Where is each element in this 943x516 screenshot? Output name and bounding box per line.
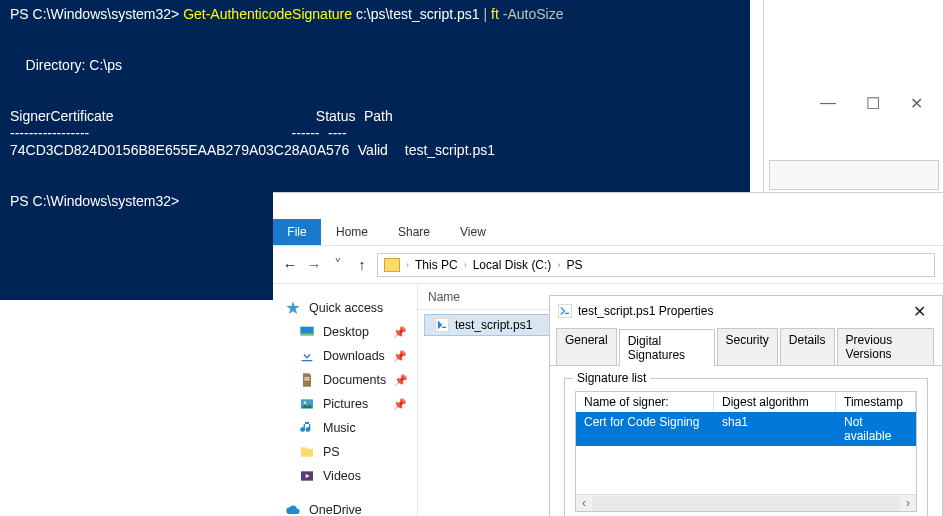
col-timestamp-header[interactable]: Timestamp [836,392,916,412]
tab-digital-signatures[interactable]: Digital Signatures [619,329,715,366]
chevron-right-icon[interactable]: › [557,260,560,270]
nav-row: ← → ˅ ↑ › This PC › Local Disk (C:) › PS [273,246,943,284]
props-titlebar[interactable]: test_script.ps1 Properties ✕ [550,296,942,326]
sidebar-desktop[interactable]: Desktop📌 [285,320,407,344]
signature-table: Name of signer: Digest algorithm Timesta… [575,391,917,512]
svg-rect-3 [304,379,309,380]
underline2: ------ [292,125,320,141]
cmdlet-ft: ft [487,6,503,22]
breadcrumb-c[interactable]: Local Disk (C:) [473,258,552,272]
cell-digest: sha1 [714,412,836,446]
horizontal-scrollbar[interactable]: ‹ › [576,494,916,511]
pin-icon: 📌 [393,326,407,339]
tab-details[interactable]: Details [780,328,835,365]
col-name-header[interactable]: Name of signer: [576,392,714,412]
label: Quick access [309,301,383,315]
col-status: Status [316,108,356,124]
properties-dialog: test_script.ps1 Properties ✕ General Dig… [549,295,943,516]
nav-forward-button[interactable]: → [305,256,323,273]
breadcrumb-folder-icon [384,258,400,272]
breadcrumb[interactable]: › This PC › Local Disk (C:) › PS [377,253,935,277]
scroll-right-icon[interactable]: › [900,496,916,510]
ribbon-view-tab[interactable]: View [445,219,501,245]
documents-icon [299,372,315,388]
music-icon [299,420,315,436]
underline1: ----------------- [10,125,89,141]
close-button[interactable]: ✕ [905,302,934,321]
ps1-file-icon [435,318,449,332]
sidebar-quick-access[interactable]: Quick access [285,296,407,320]
props-title-text: test_script.ps1 Properties [578,304,713,318]
pin-icon: 📌 [394,374,408,387]
sidebar-downloads[interactable]: Downloads📌 [285,344,407,368]
svg-rect-2 [304,377,309,378]
sidebar-documents[interactable]: Documents📌 [285,368,407,392]
sidebar-music[interactable]: Music [285,416,407,440]
label: Music [323,421,356,435]
underline3: ---- [328,125,347,141]
nav-up-button[interactable]: ↑ [353,256,371,273]
desktop-icon [299,324,315,340]
folder-icon [299,444,315,460]
minimize-icon[interactable]: — [820,94,836,126]
ps1-file-icon [558,304,572,318]
chevron-right-icon[interactable]: › [464,260,467,270]
label: Videos [323,469,361,483]
sidebar-pictures[interactable]: Pictures📌 [285,392,407,416]
maximize-icon[interactable]: ☐ [866,94,880,126]
ribbon-share-tab[interactable]: Share [383,219,445,245]
background-inner-panel [769,160,939,190]
sidebar-videos[interactable]: Videos [285,464,407,488]
row-cert: 74CD3CD824D0156B8E655EAAB279A03C28A0A576 [10,142,349,158]
pictures-icon [299,396,315,412]
output-directory: Directory: C:\ps [10,57,122,73]
prompt: PS C:\Windows\system32> [10,6,183,22]
explorer-sidebar: Quick access Desktop📌 Downloads📌 Documen… [273,284,418,516]
window-controls-bg: — ☐ ✕ [763,86,943,126]
cmd-arg: c:\ps\test_script.ps1 [352,6,484,22]
ribbon-file-tab[interactable]: File [273,219,321,245]
pin-icon: 📌 [393,398,407,411]
label: Documents [323,373,386,387]
breadcrumb-ps[interactable]: PS [566,258,582,272]
label: Pictures [323,397,368,411]
col-digest-header[interactable]: Digest algorithm [714,392,836,412]
table-header: Name of signer: Digest algorithm Timesta… [576,392,916,412]
star-icon [285,300,301,316]
cell-timestamp: Not available [836,412,916,446]
cell-signer-name: Cert for Code Signing [576,412,714,446]
sidebar-onedrive[interactable]: OneDrive [285,498,407,516]
tab-previous-versions[interactable]: Previous Versions [837,328,934,365]
pin-icon: 📌 [393,350,407,363]
tab-general[interactable]: General [556,328,617,365]
prompt2: PS C:\Windows\system32> [10,193,179,209]
signature-row[interactable]: Cert for Code Signing sha1 Not available [576,412,916,446]
sidebar-ps[interactable]: PS [285,440,407,464]
scroll-track[interactable] [592,496,900,511]
group-legend: Signature list [573,371,650,385]
tab-security[interactable]: Security [717,328,778,365]
nav-back-button[interactable]: ← [281,256,299,273]
ribbon-home-tab[interactable]: Home [321,219,383,245]
svg-point-5 [304,401,307,404]
svg-rect-1 [300,333,313,335]
signature-list-group: Signature list Name of signer: Digest al… [564,378,928,516]
chevron-right-icon[interactable]: › [406,260,409,270]
cmdlet: Get-AuthenticodeSignature [183,6,352,22]
col-path: Path [364,108,393,124]
row-path: test_script.ps1 [405,142,495,158]
label: Downloads [323,349,385,363]
close-icon[interactable]: ✕ [910,94,923,126]
download-icon [299,348,315,364]
ribbon-tabs: File Home Share View [273,219,943,246]
col-signer: SignerCertificate [10,108,114,124]
videos-icon [299,468,315,484]
label: OneDrive [309,503,362,516]
label: Desktop [323,325,369,339]
scroll-left-icon[interactable]: ‹ [576,496,592,510]
nav-recent-dropdown[interactable]: ˅ [329,256,347,274]
breadcrumb-thispc[interactable]: This PC [415,258,458,272]
props-tabs: General Digital Signatures Security Deta… [550,326,942,366]
label: PS [323,445,340,459]
file-name: test_script.ps1 [455,318,532,332]
